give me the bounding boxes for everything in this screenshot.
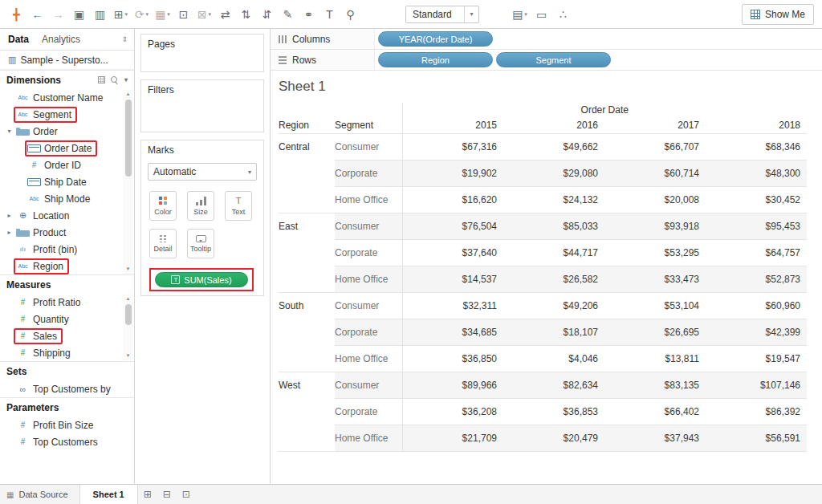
field-profit-ratio[interactable]: #Profit Ratio	[0, 294, 134, 311]
year-header-2017[interactable]: 2017	[604, 117, 706, 133]
field-product[interactable]: ▸Product	[0, 224, 134, 241]
fit-caret-icon[interactable]: ▾	[464, 6, 478, 22]
column-field-header[interactable]: Order Date	[402, 103, 807, 117]
value-cell[interactable]: $36,208	[402, 398, 503, 425]
field-shipping[interactable]: #Shipping	[0, 344, 134, 361]
field-profit-bin[interactable]: ılıProfit (bin)	[0, 241, 134, 258]
value-cell[interactable]: $49,662	[503, 133, 604, 160]
sort-descending-icon[interactable]: ⇵	[257, 4, 277, 25]
sort-fields-caret-icon[interactable]: ▾	[124, 76, 128, 83]
tooltip-button[interactable]: Tooltip	[187, 229, 214, 258]
field-region[interactable]: AbcRegion	[0, 258, 134, 274]
value-cell[interactable]: $20,479	[503, 425, 604, 451]
value-cell[interactable]: $29,080	[503, 160, 604, 186]
back-icon[interactable]: ←	[27, 4, 47, 25]
segment-label[interactable]: Corporate	[335, 239, 402, 266]
new-worksheet-tab-icon[interactable]: ⊞	[138, 485, 157, 504]
value-cell[interactable]: $66,707	[604, 133, 706, 160]
sheet-tab-sheet1[interactable]: Sheet 1	[80, 485, 138, 504]
show-me-button[interactable]: Show Me	[742, 4, 814, 25]
tableau-logo-icon[interactable]: ╋	[6, 4, 26, 25]
scroll-down-icon[interactable]: ▼	[126, 266, 131, 273]
field-order-date[interactable]: Order Date	[0, 140, 134, 156]
data-source-item[interactable]: ▥ Sample - Supersto...	[0, 51, 134, 70]
filters-shelf[interactable]: Filters	[140, 79, 264, 132]
value-cell[interactable]: $49,206	[503, 292, 604, 319]
new-story-icon[interactable]: ⊡	[177, 485, 196, 504]
value-cell[interactable]: $37,943	[604, 425, 706, 451]
value-cell[interactable]: $14,537	[402, 266, 503, 292]
segment-label[interactable]: Corporate	[335, 160, 402, 186]
segment-label[interactable]: Consumer	[335, 133, 402, 160]
value-cell[interactable]: $36,850	[402, 345, 503, 372]
view-data-icon[interactable]	[98, 76, 105, 83]
fit-dropdown[interactable]: Standard ▾	[405, 6, 479, 23]
refresh-data-icon[interactable]: ⟳▾	[132, 4, 152, 25]
value-cell[interactable]: $13,811	[604, 345, 706, 372]
value-cell[interactable]: $68,346	[706, 133, 807, 160]
duplicate-sheet-icon[interactable]: ⊡	[173, 4, 193, 25]
field-profit-bin-size[interactable]: #Profit Bin Size	[0, 417, 134, 433]
value-cell[interactable]: $53,295	[604, 239, 706, 266]
field-ship-mode[interactable]: AbcShip Mode	[0, 190, 134, 207]
region-label-west[interactable]: West	[279, 372, 335, 451]
year-header-2015[interactable]: 2015	[402, 117, 503, 133]
scrollbar-thumb[interactable]	[125, 100, 132, 177]
new-dashboard-icon[interactable]: ⊟	[157, 485, 177, 504]
mark-type-caret-icon[interactable]: ▾	[248, 169, 251, 176]
segment-header[interactable]: Segment	[335, 117, 402, 133]
expander-icon[interactable]: ▾	[5, 128, 14, 135]
field-segment[interactable]: AbcSegment	[0, 106, 134, 123]
new-data-source-icon[interactable]: ▥	[90, 4, 110, 25]
mark-type-dropdown[interactable]: Automatic ▾	[148, 163, 257, 181]
pause-updates-icon[interactable]: ▦▾	[153, 4, 173, 25]
field-quantity[interactable]: #Quantity	[0, 311, 134, 327]
detail-button[interactable]: Detail	[149, 229, 177, 258]
color-button[interactable]: Color	[149, 191, 177, 221]
value-cell[interactable]: $60,714	[604, 160, 706, 186]
show-hide-cards-caret-icon[interactable]: ▾	[524, 11, 527, 18]
value-cell[interactable]: $36,853	[503, 398, 604, 425]
field-customer-name[interactable]: AbcCustomer Name	[0, 89, 134, 106]
segment-label[interactable]: Corporate	[335, 398, 402, 425]
tab-data[interactable]: Data	[8, 34, 29, 45]
pause-updates-caret-icon[interactable]: ▾	[167, 11, 170, 18]
value-cell[interactable]: $56,591	[706, 425, 807, 451]
value-cell[interactable]: $34,685	[402, 319, 503, 345]
forward-icon[interactable]: →	[48, 4, 68, 25]
value-cell[interactable]: $26,695	[604, 319, 706, 345]
find-field-icon[interactable]	[111, 76, 119, 84]
value-cell[interactable]: $32,311	[402, 292, 503, 319]
value-cell[interactable]: $67,316	[402, 133, 503, 160]
fix-axes-icon[interactable]: ⚲	[340, 4, 360, 25]
value-cell[interactable]: $20,008	[604, 186, 706, 213]
scroll-down-icon[interactable]: ▼	[126, 352, 131, 360]
group-members-icon[interactable]: ⚭	[299, 4, 319, 25]
data-source-tab[interactable]: ▦ Data Source	[0, 485, 80, 504]
field-location[interactable]: ▸⊕Location	[0, 207, 134, 224]
region-label-central[interactable]: Central	[279, 133, 335, 213]
share-icon[interactable]: ∴	[553, 4, 573, 25]
presentation-mode-icon[interactable]: ▭	[531, 4, 551, 25]
field-top-customers[interactable]: #Top Customers	[0, 433, 134, 450]
value-cell[interactable]: $89,966	[402, 372, 503, 398]
size-button[interactable]: Size	[187, 191, 214, 221]
value-cell[interactable]: $48,300	[706, 160, 807, 186]
segment-label[interactable]: Consumer	[335, 372, 402, 398]
segment-label[interactable]: Home Office	[335, 266, 402, 292]
new-worksheet-icon[interactable]: ⊞▾	[111, 4, 131, 25]
expander-icon[interactable]: ▸	[5, 229, 14, 236]
swap-rows-columns-icon[interactable]: ⇄	[215, 4, 235, 25]
value-cell[interactable]: $19,547	[706, 345, 807, 372]
value-cell[interactable]: $4,046	[503, 345, 604, 372]
highlight-icon[interactable]: ✎	[278, 4, 298, 25]
value-cell[interactable]: $86,392	[706, 398, 807, 425]
value-cell[interactable]: $42,399	[706, 319, 807, 345]
value-cell[interactable]: $18,107	[503, 319, 604, 345]
value-cell[interactable]: $107,146	[706, 372, 807, 398]
value-cell[interactable]: $60,960	[706, 292, 807, 319]
segment-label[interactable]: Home Office	[335, 186, 402, 213]
segment-label[interactable]: Consumer	[335, 292, 402, 319]
value-cell[interactable]: $26,582	[503, 266, 604, 292]
value-cell[interactable]: $66,402	[604, 398, 706, 425]
